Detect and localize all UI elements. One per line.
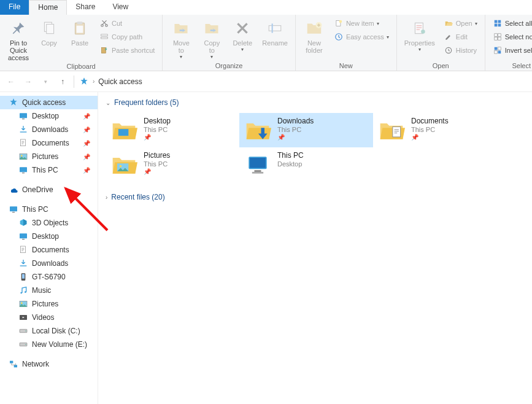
- svg-point-5: [101, 25, 104, 27]
- paste-button[interactable]: Paste: [66, 17, 93, 48]
- svg-rect-28: [498, 47, 501, 50]
- sidebar-thispc[interactable]: This PC: [0, 203, 98, 216]
- nav-forward-button[interactable]: →: [22, 76, 34, 88]
- nav-recent-button[interactable]: ▾: [39, 76, 52, 88]
- sidebar-item-gt-s6790[interactable]: GT-S6790: [0, 270, 98, 284]
- paste-shortcut-icon: [99, 45, 109, 55]
- chevron-down-icon: ▾: [241, 47, 244, 52]
- sidebar-item-thispc-qa[interactable]: This PC 📌: [0, 163, 98, 177]
- delete-button[interactable]: Delete ▾: [229, 17, 256, 53]
- copy-to-button[interactable]: Copy to ▾: [198, 17, 225, 61]
- videos-icon: [18, 313, 28, 322]
- navigation-pane: Quick access Desktop 📌 Downloads 📌 Docum…: [0, 92, 98, 404]
- copy-path-button[interactable]: Copy path: [97, 31, 157, 43]
- group-label-clipboard: Clipboard: [5, 63, 157, 71]
- sidebar-item-desktop-pc[interactable]: Desktop: [0, 230, 98, 243]
- tab-share[interactable]: Share: [67, 0, 104, 15]
- sidebar-onedrive[interactable]: OneDrive: [0, 183, 98, 196]
- desktop-icon: [18, 231, 28, 241]
- tab-file[interactable]: File: [0, 0, 29, 15]
- svg-rect-63: [252, 172, 263, 174]
- folder-tile-downloads[interactable]: Downloads This PC 📌: [239, 113, 373, 147]
- onedrive-icon: [9, 185, 18, 195]
- invert-selection-icon: [493, 45, 503, 55]
- pin-icon: 📌: [277, 134, 314, 141]
- sidebar-item-videos[interactable]: Videos: [0, 311, 98, 324]
- delete-icon: [233, 18, 252, 38]
- folder-documents-icon: [378, 117, 405, 144]
- sidebar-item-downloads[interactable]: Downloads 📌: [0, 123, 98, 136]
- properties-button[interactable]: Properties ▾: [402, 17, 438, 53]
- chevron-down-icon: ▾: [475, 21, 477, 26]
- svg-point-45: [20, 292, 22, 294]
- sidebar-item-pictures-pc[interactable]: Pictures: [0, 297, 98, 311]
- invert-selection-button[interactable]: Invert selection: [490, 44, 532, 56]
- easy-access-button[interactable]: Easy access ▾: [331, 31, 391, 43]
- nav-up-button[interactable]: ↑: [56, 76, 69, 88]
- nav-back-button[interactable]: ←: [5, 76, 17, 88]
- cut-icon: [99, 18, 109, 28]
- svg-rect-4: [77, 26, 83, 33]
- frequent-folders-header[interactable]: ⌄ Frequent folders (5): [106, 98, 525, 107]
- svg-rect-32: [22, 118, 25, 119]
- svg-rect-30: [498, 51, 501, 54]
- sidebar-item-music[interactable]: Music: [0, 284, 98, 297]
- svg-rect-41: [22, 239, 25, 239]
- sidebar-item-pictures[interactable]: Pictures 📌: [0, 150, 98, 163]
- new-folder-button[interactable]: New folder: [301, 17, 328, 55]
- svg-rect-26: [498, 37, 501, 41]
- select-none-button[interactable]: Select none: [490, 31, 532, 43]
- folder-tile-desktop[interactable]: Desktop This PC 📌: [106, 113, 239, 147]
- breadcrumb[interactable]: › Quick access: [79, 77, 142, 87]
- address-bar: ← → ▾ ↑ › Quick access: [0, 71, 532, 92]
- folder-tile-documents[interactable]: Documents This PC 📌: [373, 113, 507, 147]
- svg-rect-38: [10, 206, 17, 211]
- svg-rect-39: [12, 212, 15, 212]
- new-folder-icon: [304, 18, 324, 38]
- sidebar-item-local-disk-c[interactable]: Local Disk (C:): [0, 324, 98, 338]
- new-item-button[interactable]: New item ▾: [331, 17, 391, 29]
- select-none-icon: [493, 32, 503, 42]
- edit-button[interactable]: Edit: [441, 31, 480, 43]
- rename-icon: [265, 18, 285, 38]
- sidebar-item-documents-pc[interactable]: Documents: [0, 243, 98, 257]
- folder-tile-pictures[interactable]: Pictures This PC 📌: [106, 147, 239, 182]
- pin-to-quick-access-button[interactable]: Pin to Quick access: [5, 17, 32, 63]
- paste-shortcut-button[interactable]: Paste shortcut: [97, 44, 157, 56]
- history-icon: [444, 45, 453, 55]
- device-icon: [18, 272, 28, 282]
- pin-icon: 📌: [83, 113, 90, 120]
- sidebar-item-downloads-pc[interactable]: Downloads: [0, 257, 98, 270]
- svg-rect-1: [47, 25, 54, 34]
- svg-point-53: [25, 344, 26, 344]
- pictures-icon: [18, 152, 28, 161]
- cut-button[interactable]: Cut: [97, 17, 157, 29]
- tab-home[interactable]: Home: [29, 0, 67, 15]
- content-pane: ⌄ Frequent folders (5) Desktop This PC 📌…: [98, 92, 532, 404]
- breadcrumb-current[interactable]: Quick access: [98, 77, 142, 86]
- svg-point-14: [339, 20, 342, 23]
- copy-button[interactable]: Copy: [36, 17, 63, 48]
- open-button[interactable]: Open ▾: [441, 17, 480, 29]
- svg-rect-7: [101, 34, 108, 36]
- svg-rect-3: [77, 21, 83, 24]
- sidebar-item-3dobjects[interactable]: 3D Objects: [0, 216, 98, 230]
- svg-rect-27: [494, 47, 497, 50]
- sidebar-item-documents[interactable]: Documents 📌: [0, 136, 98, 150]
- recent-files-header[interactable]: › Recent files (20): [106, 193, 525, 201]
- sidebar-item-new-volume-e[interactable]: New Volume (E:): [0, 338, 98, 351]
- sidebar-quick-access[interactable]: Quick access: [0, 96, 98, 109]
- chevron-down-icon: ▾: [418, 47, 421, 52]
- pin-icon: [9, 18, 28, 38]
- pin-icon: 📌: [411, 134, 449, 141]
- history-button[interactable]: History: [441, 44, 480, 56]
- move-to-button[interactable]: Move to ▾: [168, 17, 195, 61]
- sidebar-network[interactable]: Network: [0, 357, 98, 371]
- select-all-button[interactable]: Select all: [490, 17, 532, 29]
- folder-tile-thispc[interactable]: This PC Desktop: [239, 147, 373, 182]
- svg-rect-21: [494, 24, 497, 27]
- sidebar-item-desktop[interactable]: Desktop 📌: [0, 109, 98, 123]
- tab-view[interactable]: View: [104, 0, 137, 15]
- pin-icon: 📌: [83, 140, 90, 147]
- rename-button[interactable]: Rename: [260, 17, 290, 48]
